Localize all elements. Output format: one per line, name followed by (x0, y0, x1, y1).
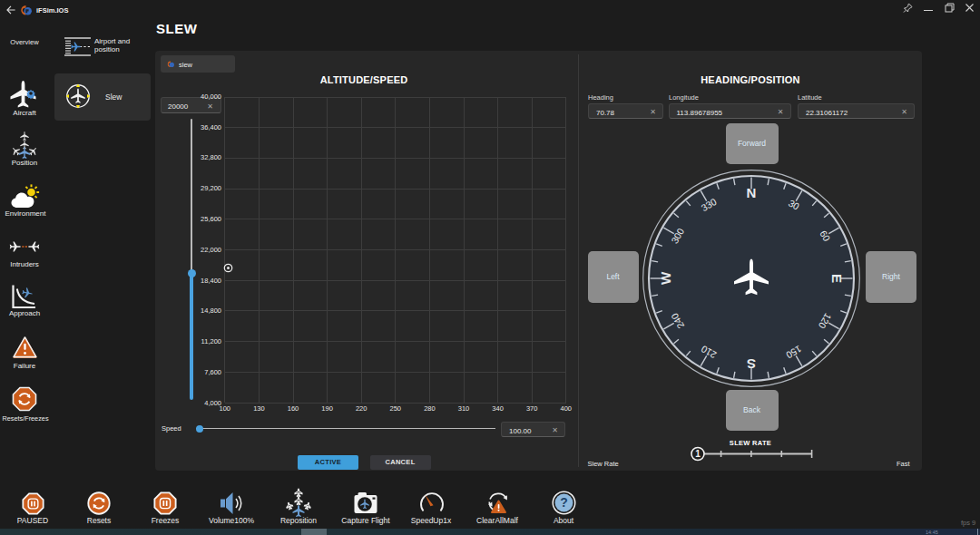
svg-text:W: W (658, 271, 673, 285)
svg-text:1: 1 (695, 449, 701, 459)
svg-text:E: E (829, 273, 845, 282)
svg-text:S: S (747, 356, 756, 372)
svg-text:N: N (747, 185, 757, 200)
svg-text:?: ? (560, 495, 568, 510)
